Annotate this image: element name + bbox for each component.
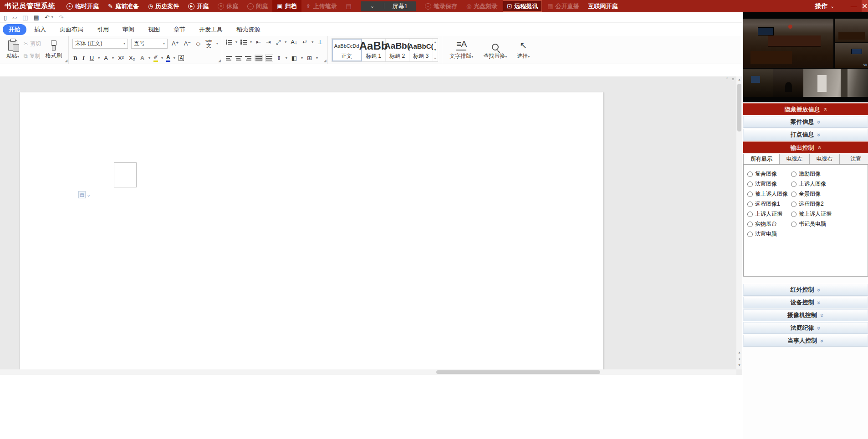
styles-more-icon[interactable]: ≡	[434, 56, 437, 60]
underline-dropdown-icon[interactable]: ▾	[98, 56, 100, 60]
section-hide-play-info[interactable]: 隐藏播放信息 »	[743, 103, 868, 115]
decrease-indent-icon[interactable]: ⇤	[255, 38, 262, 46]
menu-remote-interrogation[interactable]: ⊡ 远程提讯	[503, 0, 542, 12]
justify-icon[interactable]	[255, 56, 262, 61]
menu-archive[interactable]: ▣ 归档	[272, 0, 301, 12]
tab-view[interactable]: 视图	[142, 24, 166, 35]
grow-font-button[interactable]: A⁺	[171, 40, 180, 47]
collapse-ribbon-icon[interactable]: ⌃ ≡	[725, 77, 735, 81]
menu-temp-session[interactable]: ＋ 临时开庭	[62, 0, 103, 12]
tab-review[interactable]: 审阅	[117, 24, 140, 35]
tab-home[interactable]: 开始	[3, 24, 26, 35]
italic-button[interactable]: I	[82, 54, 86, 62]
undo-icon[interactable]: ↶	[45, 15, 50, 20]
section-camera-control[interactable]: 摄像机控制 »	[743, 309, 868, 321]
output-tab-tv-right[interactable]: 电视右	[810, 154, 840, 164]
section-party-control[interactable]: 当事人控制 »	[743, 335, 868, 347]
distribute-icon[interactable]	[266, 56, 272, 61]
style-heading1[interactable]: AaBb 标题 1	[362, 39, 386, 61]
borders-dropdown-icon[interactable]: ▾	[316, 56, 318, 60]
radio-appellant-evidence[interactable]: 上诉人证据	[747, 210, 791, 218]
tab-references[interactable]: 引用	[91, 24, 115, 35]
radio-panorama-image[interactable]: 全景图像	[791, 190, 864, 198]
tab-dev-tools[interactable]: 开发工具	[193, 24, 229, 35]
pinyin-dropdown-icon[interactable]: ▾	[216, 41, 218, 45]
font-size-combo[interactable]: 五号▾	[131, 39, 168, 49]
menu-open-court[interactable]: ▶ 开庭	[184, 0, 213, 12]
document-canvas[interactable]: ⌃ ≡ ▤ ⌄ ▲ ▲ ● ▼	[0, 76, 742, 375]
operations-menu[interactable]: 操作 ⌄	[803, 2, 846, 10]
section-point-info[interactable]: 打点信息 »	[743, 129, 868, 141]
selection-box[interactable]	[114, 162, 137, 187]
section-output-control[interactable]: 输出控制 »	[743, 141, 868, 153]
shading-dropdown-icon[interactable]: ▾	[301, 56, 303, 60]
paste-options-dropdown-icon[interactable]: ⌄	[87, 192, 91, 198]
radio-judge-image[interactable]: 法官图像	[747, 180, 791, 188]
subscript-button[interactable]: X₂	[128, 54, 136, 62]
paragraph-dialog-launcher-icon[interactable]: ◢	[323, 59, 326, 63]
find-replace-button[interactable]: 查找替换▾	[483, 40, 507, 60]
vertical-scrollbar[interactable]: ▲ ▲ ● ▼	[736, 76, 742, 369]
text-direction-icon[interactable]: A↓	[290, 38, 298, 46]
select-button[interactable]: ↖ 选择▾	[517, 40, 530, 60]
horizontal-scroll-thumb[interactable]	[436, 370, 600, 374]
menu-history-cases[interactable]: ◷ 历史案件	[143, 0, 184, 12]
wrap-dropdown-icon[interactable]: ▾	[311, 40, 313, 44]
bold-button[interactable]: B	[72, 54, 78, 62]
radio-incentive-image[interactable]: 激励图像	[791, 170, 864, 178]
superscript-button[interactable]: X²	[117, 54, 125, 62]
tab-insert[interactable]: 插入	[28, 24, 52, 35]
save-icon[interactable]: ◫	[22, 15, 28, 20]
styles-scroll-up-icon[interactable]: ▴	[434, 40, 437, 44]
output-tab-all-displays[interactable]: 所有显示	[743, 154, 780, 164]
scroll-up-icon[interactable]: ▲	[736, 78, 742, 81]
font-name-combo[interactable]: 宋体 (正文)▾	[72, 39, 128, 49]
menu-pretrial-prep[interactable]: ✎ 庭前准备	[103, 0, 143, 12]
increase-indent-icon[interactable]: ⇥	[265, 38, 272, 46]
radio-object-display[interactable]: 实物展台	[747, 220, 791, 228]
pinyin-guide-button[interactable]: wén 文	[204, 38, 213, 49]
shrink-font-button[interactable]: A⁻	[183, 40, 192, 47]
strikethrough-dropdown-icon[interactable]: ▾	[112, 56, 114, 60]
align-left-icon[interactable]	[226, 56, 232, 61]
bullet-dropdown-icon[interactable]: ▾	[235, 40, 237, 44]
align-center-icon[interactable]	[235, 56, 242, 61]
radio-judge-computer[interactable]: 法官电脑	[747, 230, 791, 238]
underline-button[interactable]: U	[89, 54, 95, 62]
radio-appellee-image[interactable]: 被上诉人图像	[747, 190, 791, 198]
courtroom-video-feeds[interactable]: VII	[743, 12, 868, 102]
radio-remote-image-2[interactable]: 远程图像2	[791, 200, 864, 208]
minimize-button[interactable]: —	[846, 3, 862, 10]
numbered-list-icon[interactable]	[240, 40, 247, 45]
borders-icon[interactable]: ⊞	[306, 54, 313, 62]
shading-icon[interactable]: ◧	[291, 54, 298, 62]
tab-section[interactable]: 章节	[168, 24, 191, 35]
line-spacing-icon[interactable]: ⇕	[276, 54, 282, 62]
character-border-button[interactable]: A	[179, 55, 184, 61]
character-scale-icon[interactable]: ⤢	[275, 38, 281, 46]
clipboard-dialog-launcher-icon[interactable]: ◢	[65, 59, 67, 63]
align-right-icon[interactable]	[245, 56, 251, 61]
undo-dropdown-icon[interactable]: ▾	[51, 15, 53, 19]
open-file-icon[interactable]: ▱	[12, 15, 17, 20]
screen-selector[interactable]: ⌄ 屏幕1	[361, 1, 416, 11]
clear-format-icon[interactable]: ◇	[195, 40, 201, 47]
styles-scroll-down-icon[interactable]: ▾	[434, 48, 437, 52]
radio-clerk-computer[interactable]: 书记员电脑	[791, 220, 864, 228]
radio-composite-image[interactable]: 复合图像	[747, 170, 791, 178]
select-browse-object-icon[interactable]: ●	[736, 357, 742, 360]
strikethrough-button[interactable]: A	[103, 54, 109, 62]
style-heading3[interactable]: AaBbC( 标题 3	[409, 39, 433, 61]
print-icon[interactable]: ▤	[33, 15, 39, 20]
output-tab-tv-left[interactable]: 电视左	[780, 154, 810, 164]
highlight-dropdown-icon[interactable]: ▾	[161, 56, 163, 60]
radio-appellee-evidence[interactable]: 被上诉人证据	[791, 210, 864, 218]
tab-docer-resources[interactable]: 稻壳资源	[230, 24, 266, 35]
section-court-discipline[interactable]: 法庭纪律 »	[743, 322, 868, 334]
highlight-button[interactable]: ✐	[153, 54, 158, 62]
bullet-list-icon[interactable]	[226, 40, 232, 45]
vertical-scroll-thumb[interactable]	[737, 84, 741, 131]
chevron-down-icon[interactable]: ⌄	[361, 3, 384, 9]
section-case-info[interactable]: 案件信息 »	[743, 116, 868, 128]
new-document-icon[interactable]: ▯	[4, 15, 7, 20]
